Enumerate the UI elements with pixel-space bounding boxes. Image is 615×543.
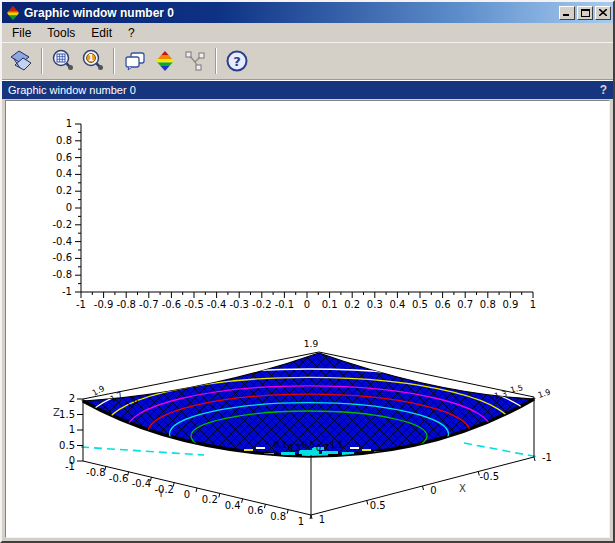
svg-text:0.3: 0.3: [288, 444, 301, 453]
copy-figure-button[interactable]: [120, 46, 150, 76]
svg-text:-0.6: -0.6: [109, 473, 129, 484]
svg-text:1.9: 1.9: [537, 387, 552, 399]
zoom-area-icon: [51, 49, 75, 73]
svg-text:0.2: 0.2: [344, 299, 360, 310]
menu-file[interactable]: File: [4, 24, 39, 42]
svg-text:Z: Z: [53, 407, 60, 418]
svg-text:0.9: 0.9: [502, 299, 518, 310]
zoom-reset-button[interactable]: 1: [78, 46, 108, 76]
svg-text:-1: -1: [76, 299, 86, 310]
menu-edit[interactable]: Edit: [83, 24, 120, 42]
toolbar-separator: [41, 48, 43, 74]
svg-text:0.4: 0.4: [56, 168, 72, 179]
rotate-icon: [9, 49, 33, 73]
title-bar[interactable]: Graphic window number 0: [2, 2, 613, 23]
svg-text:0.2: 0.2: [202, 494, 218, 505]
svg-text:1: 1: [530, 299, 536, 310]
svg-text:0.4: 0.4: [389, 299, 405, 310]
help-icon: ?: [225, 49, 249, 73]
svg-text:0.5: 0.5: [302, 441, 315, 450]
plot3d-surface: 0.10.30.50.71.121.510.50-1Z-0.8-0.6-0.4-…: [53, 339, 552, 527]
svg-text:-0.4: -0.4: [132, 478, 152, 489]
svg-text:0.7: 0.7: [316, 444, 329, 453]
svg-text:X: X: [459, 483, 466, 494]
svg-text:0.5: 0.5: [412, 299, 428, 310]
svg-text:1.1: 1.1: [330, 441, 343, 450]
svg-text:-1: -1: [542, 452, 552, 463]
svg-text:1: 1: [88, 54, 94, 63]
info-bar: Graphic window number 0 ?: [2, 80, 613, 99]
svg-text:-0.8: -0.8: [52, 269, 72, 280]
rotate-button[interactable]: [6, 46, 36, 76]
svg-text:2: 2: [69, 393, 75, 404]
svg-text:1: 1: [319, 514, 325, 525]
svg-text:-0.5: -0.5: [184, 299, 204, 310]
svg-text:0: 0: [304, 299, 310, 310]
svg-text:0.4: 0.4: [225, 500, 241, 511]
menu-bar: File Tools Edit ?: [2, 23, 613, 43]
ged-button[interactable]: [150, 46, 180, 76]
toolbar-separator: [215, 48, 217, 74]
svg-text:1: 1: [298, 516, 304, 527]
minimize-button[interactable]: [559, 6, 575, 20]
maximize-button[interactable]: [577, 6, 593, 20]
close-button[interactable]: [595, 6, 611, 20]
menu-help[interactable]: ?: [120, 24, 143, 42]
svg-text:-0.2: -0.2: [52, 219, 72, 230]
svg-text:0.5: 0.5: [59, 440, 75, 451]
graphic-window: Graphic window number 0 File Tools Edit …: [0, 0, 615, 543]
toolbar-separator: [113, 48, 115, 74]
svg-text:-0.6: -0.6: [52, 252, 72, 263]
svg-text:0.1: 0.1: [274, 441, 287, 450]
svg-text:0.3: 0.3: [367, 299, 383, 310]
svg-text:0.8: 0.8: [480, 299, 496, 310]
svg-text:1: 1: [66, 118, 72, 129]
svg-text:0.5: 0.5: [370, 500, 386, 511]
datatips-button[interactable]: [180, 46, 210, 76]
svg-text:?: ?: [233, 54, 241, 69]
toolbar: 1: [2, 43, 613, 80]
svg-text:-0.8: -0.8: [86, 467, 106, 478]
svg-text:1.9: 1.9: [304, 339, 319, 349]
svg-text:-0.4: -0.4: [52, 236, 72, 247]
scilab-app-icon: [6, 6, 20, 20]
svg-text:0.6: 0.6: [56, 152, 72, 163]
svg-text:-1: -1: [65, 461, 75, 472]
svg-text:0.8: 0.8: [56, 135, 72, 146]
info-text: Graphic window number 0: [8, 84, 600, 96]
svg-text:0.6: 0.6: [435, 299, 451, 310]
svg-text:0.8: 0.8: [270, 511, 286, 522]
svg-text:-0.3: -0.3: [229, 299, 249, 310]
svg-text:1.9: 1.9: [91, 384, 106, 398]
svg-text:Y: Y: [157, 488, 165, 499]
zoom-reset-icon: 1: [81, 49, 105, 73]
graphics-canvas[interactable]: 10.80.60.40.20-0.2-0.4-0.6-0.8-1-1-0.9-0…: [5, 100, 610, 538]
svg-text:1.5: 1.5: [59, 409, 75, 420]
svg-text:-0.1: -0.1: [275, 299, 295, 310]
svg-text:-0.4: -0.4: [207, 299, 227, 310]
menu-tools[interactable]: Tools: [39, 24, 83, 42]
window-title: Graphic window number 0: [24, 6, 557, 20]
svg-text:-0.9: -0.9: [94, 299, 114, 310]
datatip-graph-icon: [183, 49, 207, 73]
svg-text:-0.8: -0.8: [116, 299, 136, 310]
svg-text:0: 0: [184, 489, 190, 500]
svg-text:-1: -1: [62, 286, 72, 297]
svg-text:0: 0: [430, 485, 436, 496]
maximize-icon: [581, 9, 590, 17]
plot2d-axes: 10.80.60.40.20-0.2-0.4-0.6-0.8-1-1-0.9-0…: [52, 118, 536, 310]
close-icon: [599, 9, 607, 16]
ged-diamond-icon: [153, 49, 177, 73]
info-help-icon[interactable]: ?: [600, 83, 607, 97]
svg-text:1: 1: [69, 424, 75, 435]
svg-text:-0.7: -0.7: [139, 299, 159, 310]
plots-svg: 10.80.60.40.20-0.2-0.4-0.6-0.8-1-1-0.9-0…: [6, 101, 607, 538]
svg-text:0.2: 0.2: [56, 185, 72, 196]
help-button[interactable]: ?: [222, 46, 252, 76]
svg-text:-0.2: -0.2: [252, 299, 272, 310]
svg-text:-0.6: -0.6: [162, 299, 182, 310]
svg-text:1.5: 1.5: [509, 383, 524, 395]
zoom-area-button[interactable]: [48, 46, 78, 76]
svg-text:0.7: 0.7: [457, 299, 473, 310]
svg-text:0.6: 0.6: [247, 505, 263, 516]
